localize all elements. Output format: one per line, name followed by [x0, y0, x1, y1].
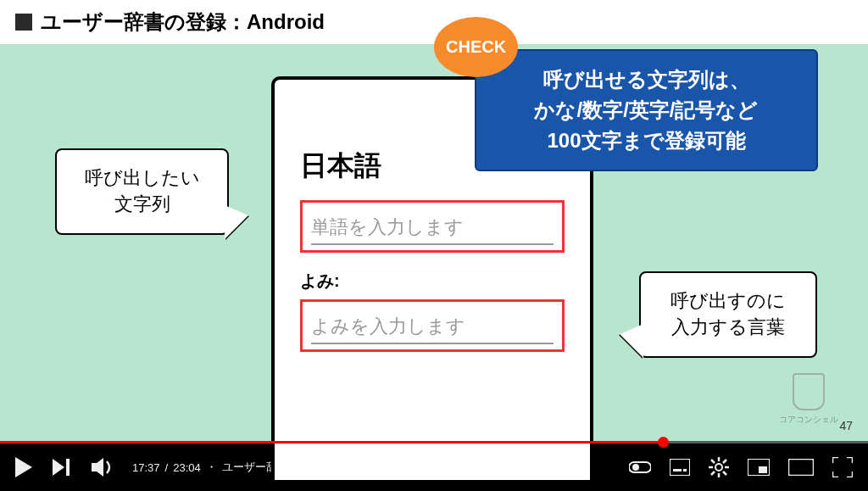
reading-input-highlighted: よみを入力します — [300, 299, 565, 352]
info-callout: 呼び出せる文字列は、 かな/数字/英字/記号など 100文字まで登録可能 — [475, 49, 818, 171]
svg-rect-2 — [66, 459, 70, 476]
subtitles-icon[interactable] — [670, 459, 690, 476]
shield-icon — [793, 373, 825, 410]
svg-line-14 — [711, 460, 715, 463]
fullscreen-icon[interactable] — [832, 457, 853, 477]
video-content: ユーザー辞書の登録：Android CHECK 呼び出せる文字列は、 かな/数字… — [0, 0, 868, 441]
next-icon[interactable] — [53, 459, 73, 476]
svg-marker-3 — [92, 458, 103, 477]
miniplayer-icon[interactable] — [748, 459, 770, 476]
time-separator: / — [165, 461, 169, 474]
play-icon[interactable] — [15, 457, 34, 477]
word-input-highlighted: 単語を入力します — [300, 200, 565, 253]
svg-point-5 — [632, 464, 639, 471]
svg-rect-6 — [670, 459, 690, 476]
svg-rect-20 — [788, 459, 814, 476]
title-bullet-icon — [15, 14, 32, 31]
settings-icon[interactable] — [709, 457, 729, 477]
info-line-1: 呼び出せる文字列は、 — [487, 64, 806, 95]
brand-logo: コアコンシェル — [779, 373, 838, 426]
info-line-3: 100文字まで登録可能 — [487, 126, 806, 156]
callout-right: 呼び出すのに 入力する言葉 — [639, 271, 817, 358]
svg-rect-7 — [673, 469, 682, 471]
reading-label: よみ: — [300, 270, 565, 293]
svg-marker-0 — [15, 457, 32, 477]
autoplay-toggle-icon[interactable] — [629, 459, 651, 476]
slide-title: ユーザー辞書の登録：Android — [41, 8, 325, 36]
reading-input-placeholder: よみを入力します — [311, 314, 554, 344]
svg-line-17 — [711, 471, 715, 475]
controls-right — [629, 457, 853, 477]
current-time: 17:37 — [132, 461, 160, 474]
svg-marker-1 — [53, 459, 64, 476]
svg-line-16 — [723, 460, 726, 463]
svg-rect-8 — [683, 469, 687, 471]
progress-bar[interactable] — [0, 441, 868, 444]
svg-point-9 — [715, 464, 722, 471]
callout-right-line-2: 入力する言葉 — [649, 315, 807, 341]
duration: 23:04 — [173, 461, 201, 474]
svg-line-15 — [723, 471, 726, 475]
slide-title-bar: ユーザー辞書の登録：Android — [0, 0, 868, 44]
callout-left: 呼び出したい 文字列 — [55, 148, 229, 235]
progress-fill — [0, 441, 664, 444]
callout-left-line-1: 呼び出したい — [65, 165, 219, 192]
callout-right-line-1: 呼び出すのに — [649, 288, 807, 315]
word-input-placeholder: 単語を入力します — [311, 215, 554, 245]
svg-rect-4 — [629, 462, 651, 472]
check-badge: CHECK — [434, 17, 518, 77]
callout-left-line-2: 文字列 — [65, 192, 219, 218]
info-line-2: かな/数字/英字/記号など — [487, 95, 806, 126]
page-number: 47 — [839, 419, 853, 432]
chapter-prefix: ・ — [206, 460, 217, 475]
brand-text: コアコンシェル — [779, 414, 838, 426]
volume-icon[interactable] — [92, 458, 114, 477]
svg-rect-19 — [759, 466, 767, 473]
theater-mode-icon[interactable] — [788, 459, 814, 476]
